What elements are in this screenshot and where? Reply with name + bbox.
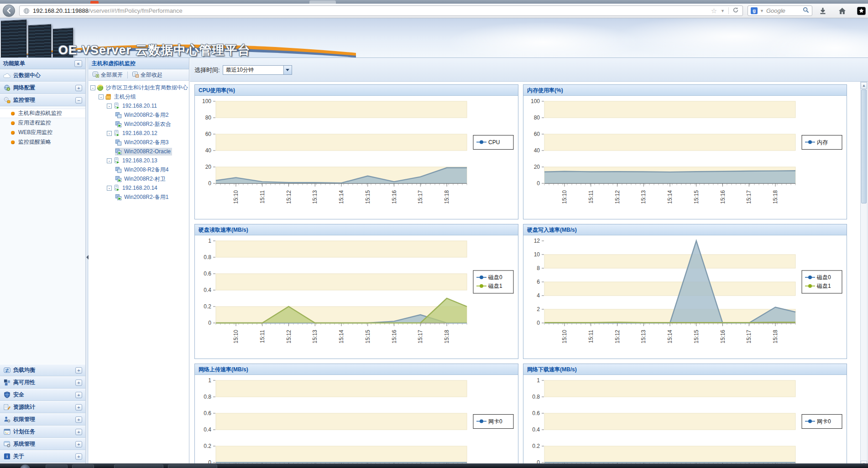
collapse-all-label: 全部收起 [141,71,162,79]
expand-toggle-button[interactable]: + [75,416,82,423]
expand-toggle-button[interactable]: − [75,97,82,104]
expand-toggle-button[interactable]: + [75,367,82,374]
screen: 192.168.20.11:19888/vserver/#!/fmPolicy/… [0,0,868,468]
select-trigger-button[interactable] [283,66,292,74]
search-input[interactable]: Google [766,7,800,14]
search-engine-dropdown-icon[interactable]: ▼ [760,9,764,13]
tree-expander-icon[interactable]: - [99,94,104,99]
sidebar-item-网络配置[interactable]: 网络配置+ [0,82,85,94]
loadbalance-icon [3,367,10,374]
tree-node-Win2008R2-Oracle[interactable]: Win2008R2-Oracle [89,147,189,156]
sidebar-item-权限管理[interactable]: 权限管理+ [0,413,85,426]
svg-text:0.2: 0.2 [204,443,211,449]
tree-node-192.168.20.11[interactable]: -192.168.20.11 [89,101,189,110]
time-range-select[interactable]: 最近10分钟 [223,65,292,75]
scroll-up-arrow[interactable]: ▲ [861,82,867,89]
svg-text:0.8: 0.8 [204,254,211,260]
svg-text:1: 1 [208,377,211,384]
expand-all-button[interactable]: 全部展开 [91,71,124,79]
sidebar-item-资源统计[interactable]: 资源统计+ [0,401,85,413]
expand-toggle-button[interactable]: + [75,85,82,91]
tree-node-Win2008R2-备用3[interactable]: Win2008R2-备用3 [89,138,189,147]
tree-node-192.168.20.12[interactable]: -192.168.20.12 [89,129,189,138]
svg-text:15:14: 15:14 [338,190,345,204]
taskbar-button[interactable] [46,464,68,468]
tab-fragment[interactable] [309,0,336,4]
svg-text:60: 60 [205,131,212,137]
bookmarks-panel-icon[interactable] [856,6,866,16]
time-range-value: 最近10分钟 [226,66,254,74]
tree-expander-icon[interactable]: - [107,186,112,191]
tree-node-Win2008-R2备用4[interactable]: Win2008-R2备用4 [89,165,189,174]
svg-text:100: 100 [531,98,540,104]
sidebar-item-关于[interactable]: i关于+ [0,450,85,463]
tree-expander-icon[interactable]: - [90,85,95,90]
tree-node-Win2008R2-备用2[interactable]: Win2008R2-备用2 [89,110,189,120]
svg-text:1: 1 [537,377,540,384]
expand-toggle-button[interactable]: + [75,441,82,447]
back-button[interactable] [3,5,15,17]
expand-toggle-button[interactable]: + [75,392,82,398]
svg-text:40: 40 [205,147,212,154]
tree-expander-icon[interactable]: - [107,131,112,136]
sidebar-item-高可用性[interactable]: 高可用性+ [0,376,85,389]
svg-text:15:13: 15:13 [640,330,647,343]
svg-text:0.6: 0.6 [532,410,540,416]
taskbar-button[interactable] [72,464,94,468]
stats-icon [3,404,10,411]
url-path[interactable]: /vserver/#!/fmPolicy/fmPerformance [89,7,183,14]
sidebar-item-负载均衡[interactable]: 负载均衡+ [0,364,85,376]
tree-node-主机分组[interactable]: -主机分组 [89,92,189,101]
expand-toggle-button[interactable]: + [75,404,82,411]
tree-expander-icon[interactable]: - [107,104,112,109]
tree-node-192.168.20.14[interactable]: -192.168.20.14 [89,183,189,192]
svg-text:15:13: 15:13 [312,330,318,343]
sidebar-subitem-主机和虚拟机监控[interactable]: 主机和虚拟机监控 [0,109,85,118]
svg-text:15:11: 15:11 [259,330,266,343]
sidebar-subitem-监控提醒策略[interactable]: 监控提醒策略 [0,137,85,147]
svg-text:15:11: 15:11 [588,330,594,343]
expand-toggle-button[interactable]: + [75,380,82,386]
svg-text:CPU: CPU [488,139,500,146]
start-orb-icon[interactable] [20,464,30,468]
svg-text:磁盘1: 磁盘1 [488,283,502,289]
svg-text:磁盘1: 磁盘1 [816,283,831,289]
reload-icon[interactable] [732,7,739,15]
sidebar-subitem-WEB应用监控[interactable]: WEB应用监控 [0,128,85,137]
tree-node-沙市区卫生和计划生育局数据中心[interactable]: -沙市区卫生和计划生育局数据中心 [89,83,189,92]
svg-text:80: 80 [534,114,540,121]
sidebar-collapse-button[interactable]: « [74,60,82,67]
tree-node-label: 192.168.20.12 [122,130,157,136]
dropdown-icon[interactable]: ▼ [721,9,725,13]
main-scrollbar[interactable]: ▲ ▼ [860,82,868,468]
url-bar[interactable]: 192.168.20.11:19888/vserver/#!/fmPolicy/… [19,5,743,16]
tree-node-192.168.20.13[interactable]: -192.168.20.13 [89,156,189,165]
star-outline-icon[interactable]: ☆ [711,7,717,15]
tree-node-Win2008R2-村卫[interactable]: Win2008R2-村卫 [89,174,189,183]
taskbar-button[interactable] [114,464,163,468]
home-icon[interactable] [837,6,847,16]
collapse-all-button[interactable]: 全部收起 [131,71,164,79]
sidebar-item-安全[interactable]: 安全+ [0,389,85,401]
sidebar-item-云数据中心[interactable]: 云数据中心 [0,69,85,82]
workspace: 功能菜单 « 云数据中心网络配置+监控管理− 主机和虚拟机监控应用进程监控WEB… [0,58,868,468]
magnifier-icon[interactable] [803,7,809,15]
tree-node-Win2008R2-新农合[interactable]: Win2008R2-新农合 [89,120,189,129]
sidebar-item-系统管理[interactable]: 系统管理+ [0,438,85,450]
tree-node-Win2008R2-备用1[interactable]: Win2008R2-备用1 [89,192,189,202]
sidebar-item-计划任务[interactable]: 计划任务+ [0,426,85,438]
sidebar-subitem-应用进程监控[interactable]: 应用进程监控 [0,118,85,128]
taskbar-button[interactable] [168,464,217,468]
browser-tabstrip [0,0,868,4]
tree-expander-icon[interactable]: - [107,158,112,163]
url-host[interactable]: 192.168.20.11:19888 [33,7,89,14]
svg-text:12: 12 [534,238,540,244]
expand-toggle-button[interactable]: + [75,453,82,460]
expand-toggle-button[interactable]: + [75,429,82,435]
svg-text:磁盘0: 磁盘0 [816,274,831,281]
scrollbar-thumb[interactable] [861,89,867,203]
download-icon[interactable] [818,6,828,16]
sidebar-item-监控管理[interactable]: 监控管理− [0,94,85,106]
windows-taskbar[interactable] [0,463,868,468]
search-box[interactable]: g ▼ Google [748,5,812,16]
